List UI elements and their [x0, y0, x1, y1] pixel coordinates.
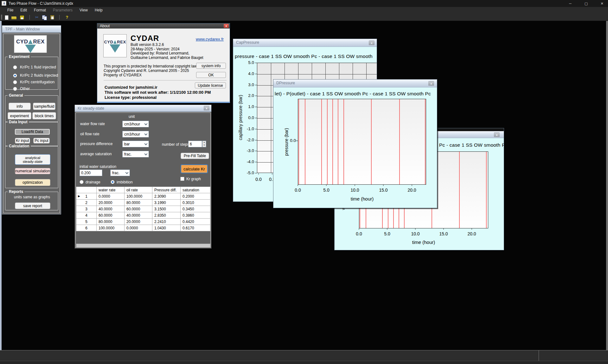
row-header-cell[interactable]: 3: [76, 206, 97, 212]
table-row[interactable]: 580.000020.00002.24100.4420: [76, 219, 210, 225]
dpressure-titlebar[interactable]: DPressure: [273, 80, 437, 87]
table-row[interactable]: 6100.00000.00001.04300.6170: [76, 225, 210, 231]
table-row[interactable]: ▶10.0000100.00002.30900.2000: [76, 193, 210, 200]
table-cell[interactable]: 0.2000: [181, 193, 210, 200]
version-line: Guillaume Lenormand, and Fabrice Bauget: [131, 56, 203, 60]
table-cell[interactable]: 3.1500: [152, 206, 181, 212]
about-titlebar[interactable]: About: [97, 23, 230, 29]
steps-spinner[interactable]: ▲▼: [202, 141, 206, 147]
optimization-button[interactable]: optimization: [15, 179, 50, 186]
table-cell[interactable]: 2.3090: [152, 193, 181, 200]
block-times-button[interactable]: block times: [32, 112, 56, 119]
unit-combo[interactable]: frac.: [122, 151, 149, 157]
about-close-icon[interactable]: [224, 24, 229, 28]
table-cell[interactable]: 2.2410: [152, 219, 181, 225]
table-cell[interactable]: 0.6170: [181, 225, 210, 231]
menu-parameters[interactable]: Parameters: [49, 7, 76, 13]
table-cell[interactable]: 20.0000: [125, 219, 152, 225]
table-cell[interactable]: 100.0000: [125, 193, 152, 200]
minimize-button[interactable]: [565, 0, 576, 7]
paste-icon[interactable]: [50, 15, 54, 20]
save-report-button[interactable]: save report: [15, 202, 50, 209]
toolbar-grip[interactable]: [1, 15, 2, 20]
table-cell[interactable]: 3.1990: [152, 200, 181, 206]
third-window-close-icon[interactable]: [494, 132, 500, 137]
main-panel-titlebar[interactable]: TPF - Main Window: [2, 26, 61, 33]
number-of-steps-input[interactable]: [188, 141, 202, 147]
menu-help[interactable]: Help: [91, 7, 106, 13]
kr-window-close-icon[interactable]: [204, 106, 209, 111]
initial-saturation-unit-combo[interactable]: frac.: [110, 169, 130, 176]
dpressure-close-icon[interactable]: [428, 81, 434, 86]
table-cell[interactable]: 0.3860: [181, 212, 210, 219]
kr-horizontal-scrollbar[interactable]: [76, 244, 210, 248]
row-header-cell[interactable]: ▶1: [76, 193, 97, 200]
kr-graph-checkbox[interactable]: [180, 177, 184, 181]
row-header-cell[interactable]: 6: [76, 225, 97, 231]
kr-window-titlebar[interactable]: Kr steady-state: [75, 105, 211, 112]
numerical-simulation-button[interactable]: numerical simulation: [15, 168, 50, 174]
cappressure-titlebar[interactable]: CapPressure: [233, 39, 377, 47]
experiment-radio-3[interactable]: [13, 87, 17, 91]
initial-water-saturation-input[interactable]: [80, 169, 102, 176]
table-cell[interactable]: 80.0000: [97, 219, 125, 225]
table-row[interactable]: 460.000040.00002.83500.3860: [76, 212, 210, 219]
new-document-icon[interactable]: [5, 15, 9, 20]
field-label: water flow rate: [80, 122, 105, 126]
table-cell[interactable]: 60.0000: [97, 212, 125, 219]
cut-icon[interactable]: [34, 15, 40, 20]
table-cell[interactable]: 0.3450: [181, 206, 210, 212]
kr-input-button[interactable]: Kr input: [15, 138, 30, 144]
step-marker-line: [425, 99, 426, 184]
menu-format[interactable]: Format: [30, 7, 49, 13]
menu-file[interactable]: File: [4, 7, 17, 13]
website-link[interactable]: www.cydarex.fr: [196, 37, 224, 42]
row-header-cell[interactable]: 4: [76, 212, 97, 219]
calculate-kr-button[interactable]: calculate Kr: [181, 164, 208, 173]
table-cell[interactable]: 2.8350: [152, 212, 181, 219]
table-cell[interactable]: 40.0000: [125, 212, 152, 219]
experiment-radio-0[interactable]: [13, 65, 17, 69]
table-cell[interactable]: 80.0000: [125, 200, 152, 206]
table-cell[interactable]: 1.0430: [152, 225, 181, 231]
menu-edit[interactable]: Edit: [17, 7, 30, 13]
row-header-cell[interactable]: 5: [76, 219, 97, 225]
row-header-cell[interactable]: 2: [76, 200, 97, 206]
table-column-header: saturation: [181, 187, 210, 193]
pc-input-button[interactable]: Pc input: [33, 138, 50, 144]
table-row[interactable]: 220.000080.00003.19900.3010: [76, 200, 210, 206]
save-icon[interactable]: [20, 15, 24, 20]
table-cell[interactable]: 0.4420: [181, 219, 210, 225]
sample-fluid-button[interactable]: sample/fluid: [33, 103, 55, 110]
analytical-steady-state-button[interactable]: analytical steady-state: [15, 154, 50, 165]
cappressure-close-icon[interactable]: [369, 41, 374, 45]
unit-combo[interactable]: bar: [122, 141, 149, 147]
experiment-radio-1[interactable]: [13, 73, 17, 78]
table-cell[interactable]: 0.3010: [181, 200, 210, 206]
table-cell[interactable]: 100.0000: [97, 225, 125, 231]
prefill-table-button[interactable]: Pre-Fill Table: [181, 153, 209, 159]
imbibition-radio[interactable]: [111, 180, 115, 184]
table-cell[interactable]: 0.0000: [125, 225, 152, 231]
open-folder-icon[interactable]: [11, 16, 17, 20]
load-fit-data-button[interactable]: Load/fit Data: [15, 129, 50, 135]
drainage-radio[interactable]: [80, 180, 84, 184]
table-cell[interactable]: 60.0000: [125, 206, 152, 212]
kr-table[interactable]: water rateoil ratePressure diff.saturati…: [76, 187, 210, 231]
info-button[interactable]: info: [9, 103, 31, 110]
close-button[interactable]: [597, 0, 607, 7]
table-row[interactable]: 340.000060.00003.15000.3450: [76, 206, 210, 212]
experiment-radio-2[interactable]: [13, 80, 17, 84]
table-cell[interactable]: 40.0000: [97, 206, 125, 212]
system-info-button[interactable]: system info: [196, 63, 226, 69]
unit-combo[interactable]: cm3/hour: [122, 121, 149, 127]
ok-button[interactable]: OK: [196, 72, 226, 78]
help-icon[interactable]: [64, 15, 70, 20]
unit-combo[interactable]: cm3/hour: [122, 131, 149, 137]
copy-icon[interactable]: [42, 15, 47, 20]
menu-view[interactable]: View: [76, 7, 91, 13]
table-cell[interactable]: 20.0000: [97, 200, 125, 206]
table-cell[interactable]: 0.0000: [97, 193, 125, 200]
maximize-button[interactable]: [581, 0, 592, 7]
experiment-button[interactable]: experiment: [8, 112, 31, 119]
